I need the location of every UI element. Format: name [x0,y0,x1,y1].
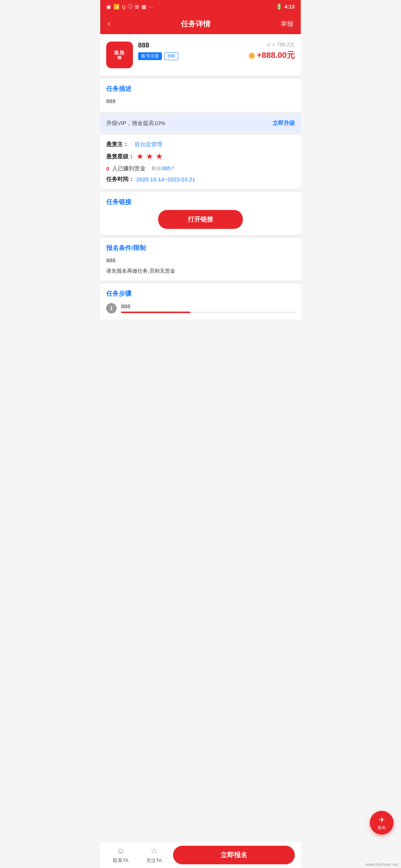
task-time-value: 2020.10.14~2023.03.21 [136,176,195,183]
reg-conditions-section: 报名条件/限制 888 请先报名再做任务,否则无赏金 [100,238,301,280]
follow-label: 关注TA [146,857,162,864]
bounty-owner-label: 悬赏主： [106,141,132,148]
earners-label: 人已赚到赏金 [112,165,146,172]
report-button[interactable]: 举报 [281,20,293,28]
task-time-row: 任务时间： 2020.10.14~2023.03.21 [106,176,295,183]
apps-icon: ⊞ [135,4,139,10]
task-description-section: 任务描述 888 [100,79,301,112]
task-header-card: 急急 猫 888 账号注册 888 ⊙ + 799.2元 ◉ +888.00元 [100,34,301,76]
step-number-1: 1 [106,303,117,313]
content-area: 急急 猫 888 账号注册 888 ⊙ + 799.2元 ◉ +888.00元 … [100,34,301,319]
earners-count: 0 [106,165,109,172]
task-name: 888 [138,42,243,49]
task-steps-section: 任务步骤 1 888 [100,283,301,319]
reward-regular-value: + 799.2元 [272,42,295,47]
tag-account-register: 账号注册 [138,52,162,60]
logo-line1: 急急 [114,50,125,56]
follow-button[interactable]: ☆ 关注TA [137,842,171,868]
reward-main: ◉ +888.00元 [248,50,295,61]
step-progress-bar-track-1 [121,312,295,313]
logo-line2: 猫 [117,55,122,60]
more-icon: ··· [149,4,153,10]
vip-upgrade-button[interactable]: 立即升级 [273,120,295,127]
remaining-label: 剩余885个 [149,165,176,172]
qr-icon: ▦ [141,4,146,10]
task-link-section: 任务链接 打开链接 [100,192,301,235]
level-label: 悬赏星级： [106,153,134,160]
task-steps-title: 任务步骤 [106,289,295,298]
vip-banner[interactable]: 升级VIP，佣金提高10% 立即升级 [100,115,301,132]
wifi-icon: 📶 [113,4,120,10]
reward-regular: ⊙ + 799.2元 [248,42,295,48]
task-description-content: 888 [106,97,295,106]
task-tags: 账号注册 888 [138,52,243,60]
register-button[interactable]: 立即报名 [173,846,295,864]
coin-main-icon: ◉ [248,51,255,59]
battery-icon: 🔋 [276,4,282,10]
star-2: ★ [146,152,153,161]
tag-888: 888 [164,52,178,60]
coin-regular-icon: ⊙ [267,42,271,47]
status-icons-left: ▣ 📶 Q ⓘ ⊞ ▦ ··· [106,3,153,10]
task-time-label: 任务时间： [106,176,134,183]
step-item-1: 1 888 [106,303,295,313]
star-follow-icon: ☆ [150,846,158,856]
reward-main-value: +888.00元 [257,50,295,60]
task-description-title: 任务描述 [106,85,295,93]
step-progress-bar-fill-1 [121,312,190,313]
star-3: ★ [156,152,163,161]
page-title: 任务详情 [181,19,211,29]
status-right: 🔋 4:13 [276,4,295,10]
task-meta-section: 悬赏主： 后台总管理 悬赏星级： ★ ★ ★ 0 人已赚到赏金 剩余885个 任… [100,135,301,189]
reg-conditions-title: 报名条件/限制 [106,244,295,252]
nav-bar: ‹ 任务详情 举报 [100,13,301,34]
status-bar: ▣ 📶 Q ⓘ ⊞ ▦ ··· 🔋 4:13 [100,0,301,13]
task-logo: 急急 猫 [106,42,133,68]
contact-button[interactable]: ☺ 联系TA [104,842,137,868]
sim-icon: ▣ [106,4,111,10]
step-content-1: 888 [121,303,295,313]
task-link-title: 任务链接 [106,198,295,206]
remaining-count: 885 [162,165,170,171]
reg-warning-text: 请先报名再做任务,否则无赏金 [106,268,295,274]
back-button[interactable]: ‹ [108,19,110,29]
open-link-button[interactable]: 打开链接 [158,210,243,229]
bounty-owner-value: 后台总管理 [134,141,162,148]
reg-conditions-content: 888 [106,256,295,265]
task-rewards: ⊙ + 799.2元 ◉ +888.00元 [248,42,295,61]
contact-icon: ☺ [117,846,125,856]
bottom-bar: ☺ 联系TA ☆ 关注TA 立即报名 [100,841,301,868]
clock: 4:13 [284,4,295,10]
info-icon: ⓘ [128,3,133,10]
star-1: ★ [136,152,144,161]
vip-banner-text: 升级VIP，佣金提高10% [106,120,165,127]
bounty-owner-row: 悬赏主： 后台总管理 [106,141,295,148]
task-info: 888 账号注册 888 [138,42,243,60]
earners-row: 0 人已赚到赏金 剩余885个 [106,165,295,172]
contact-label: 联系TA [113,857,128,864]
step-text-1: 888 [121,303,295,309]
star-rating: ★ ★ ★ [136,152,163,161]
q-icon: Q [122,4,125,10]
level-row: 悬赏星级： ★ ★ ★ [106,152,295,161]
